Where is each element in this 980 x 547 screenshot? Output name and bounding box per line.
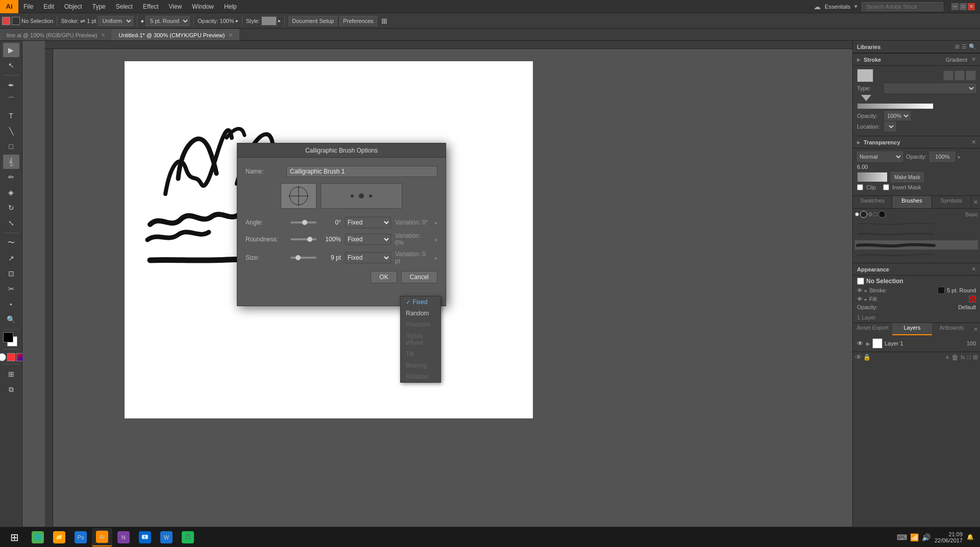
opacity-arrow[interactable]: ▸ [236, 18, 238, 23]
roundness-variation-arrow[interactable]: ▸ [435, 237, 437, 242]
size-thumb[interactable] [296, 255, 301, 260]
roundness-slider[interactable] [290, 238, 316, 240]
libraries-list-icon[interactable]: ☰ [962, 43, 967, 50]
keyboard-icon[interactable]: ⌨ [897, 533, 907, 541]
fill-app-swatch[interactable] [969, 295, 976, 303]
brushes-close-icon[interactable]: ✕ [971, 196, 980, 208]
layer-new-icon[interactable]: □ [967, 354, 971, 361]
taskbar-word[interactable]: W [156, 528, 177, 546]
brush-preview-1[interactable] [855, 220, 978, 229]
tab-swatches[interactable]: Swatches [853, 196, 892, 208]
angle-type-select[interactable]: FixedRandomPressure [345, 217, 391, 228]
tool-warp[interactable]: 〜 [3, 236, 19, 250]
preferences-button[interactable]: Preferences [339, 16, 377, 26]
network-icon[interactable]: 📶 [910, 533, 919, 541]
location-dropdown[interactable] [885, 122, 896, 131]
tab-brushes[interactable]: Brushes [892, 196, 932, 208]
style-arrow[interactable]: ▸ [278, 18, 281, 23]
search-input[interactable] [862, 2, 943, 11]
appearance-close-icon[interactable]: ✕ [971, 266, 976, 272]
size-type-select[interactable]: Fixed [345, 252, 391, 263]
style-preview[interactable] [261, 16, 277, 26]
taskbar-illustrator[interactable]: Ai [92, 528, 112, 546]
tool-select[interactable]: ▶ [3, 43, 19, 57]
brush-dot-1[interactable] [855, 212, 859, 216]
stroke-type-dropdown[interactable] [885, 84, 976, 93]
menu-effect[interactable]: Effect [138, 0, 163, 13]
tab-close-icon[interactable]: ✕ [101, 30, 105, 41]
blend-mode-select[interactable]: Normal [857, 152, 903, 162]
brush-dot-3[interactable] [868, 212, 872, 216]
gradient-bar[interactable] [857, 103, 934, 109]
close-button[interactable]: ✕ [968, 3, 975, 10]
cancel-button[interactable]: Cancel [401, 271, 437, 283]
stroke-style-2[interactable] [954, 70, 965, 81]
stroke-header[interactable]: ▶ Stroke Gradient ✕ [853, 54, 980, 66]
stroke-type-select[interactable]: Uniform [98, 16, 133, 26]
expand-stroke-icon[interactable]: ▸ [865, 288, 867, 293]
layers-close-icon[interactable]: ✕ [971, 323, 980, 335]
angle-variation-arrow[interactable]: ▸ [435, 220, 437, 226]
fill-color-swatch[interactable] [12, 17, 20, 25]
tab-untitled[interactable]: Untitled-1* @ 300% (CMYK/GPU Preview) ✕ [112, 29, 239, 40]
arrange-icon[interactable]: ⊞ [381, 17, 387, 25]
tab-layers[interactable]: Layers [892, 323, 932, 335]
tool-slice[interactable]: ✂ [3, 282, 19, 296]
menu-edit[interactable]: Edit [38, 0, 59, 13]
color-swatches[interactable] [3, 332, 19, 346]
make-mask-button[interactable]: Make Mask [891, 172, 924, 182]
stroke-color-swatch-panel[interactable] [857, 69, 873, 82]
brush-dot-2[interactable] [860, 211, 867, 218]
document-setup-button[interactable]: Document Setup [288, 16, 337, 26]
menu-type[interactable]: Type [87, 0, 111, 13]
layer-vis-icon[interactable]: 👁 [857, 340, 864, 347]
menu-object[interactable]: Object [59, 0, 87, 13]
stroke-close-icon[interactable]: ✕ [971, 56, 976, 63]
stroke-style-3[interactable] [966, 70, 976, 81]
roundness-thumb[interactable] [307, 237, 312, 242]
canvas-area[interactable]: Calligraphic Brush Options Name: [22, 41, 852, 535]
opacity-dropdown[interactable]: 100% [885, 111, 911, 120]
tab-active-close-icon[interactable]: ✕ [229, 30, 233, 41]
clip-checkbox[interactable] [857, 184, 863, 190]
layer-delete-icon[interactable]: 🗑 [951, 353, 959, 361]
invert-mask-checkbox[interactable] [883, 184, 889, 190]
ok-button[interactable]: OK [371, 271, 397, 283]
fx-label[interactable]: fx [961, 354, 965, 360]
expand-fill-icon[interactable]: ▸ [865, 296, 867, 302]
taskbar-spotify[interactable]: 🎵 [178, 528, 198, 546]
notification-icon[interactable]: 🔔 [967, 534, 974, 540]
angle-thumb[interactable] [302, 220, 307, 225]
tab-symbols[interactable]: Symbols [932, 196, 971, 208]
taskbar-browser[interactable]: 🌐 [28, 528, 48, 546]
brush-preview-3[interactable] [855, 240, 978, 250]
roundness-type-select[interactable]: FixedRandom [345, 234, 391, 245]
taskbar-photoshop[interactable]: Ps [70, 528, 91, 546]
menu-help[interactable]: Help [219, 0, 242, 13]
no-sel-checkbox[interactable] [857, 278, 864, 285]
tool-scale[interactable]: ⤡ [3, 216, 19, 230]
tool-graph[interactable]: ↗ [3, 251, 19, 265]
trans-arrow[interactable]: ▸ [958, 154, 961, 160]
tool-type[interactable]: T [3, 109, 19, 123]
tool-artboard[interactable]: ⊡ [3, 266, 19, 281]
libraries-search-icon[interactable]: 🔍 [969, 43, 976, 50]
stroke-color-swatch[interactable] [2, 17, 10, 25]
minimize-button[interactable]: ─ [951, 3, 959, 10]
tool-zoom[interactable]: 🔍 [3, 312, 19, 327]
menu-view[interactable]: View [164, 0, 187, 13]
menu-file[interactable]: File [18, 0, 38, 13]
tool-pen[interactable]: ✒ [3, 78, 19, 92]
layer-add-icon[interactable]: + [945, 353, 949, 361]
size-slider[interactable] [290, 257, 316, 259]
tab-artboards[interactable]: Artboards [932, 323, 971, 335]
tool-curvature[interactable]: ⌒ [3, 93, 19, 108]
menu-select[interactable]: Select [111, 0, 138, 13]
brush-preview-2[interactable] [855, 230, 978, 239]
appearance-header[interactable]: Appearance ✕ [853, 263, 980, 276]
libraries-header[interactable]: Libraries ⊞ ☰ 🔍 [853, 41, 980, 53]
brush-dot-4[interactable] [873, 212, 877, 216]
tool-paintbrush[interactable]: 𝄠 [3, 155, 19, 169]
tool-magic-wand[interactable]: ⋆ [3, 297, 19, 311]
libraries-grid-icon[interactable]: ⊞ [955, 43, 960, 50]
